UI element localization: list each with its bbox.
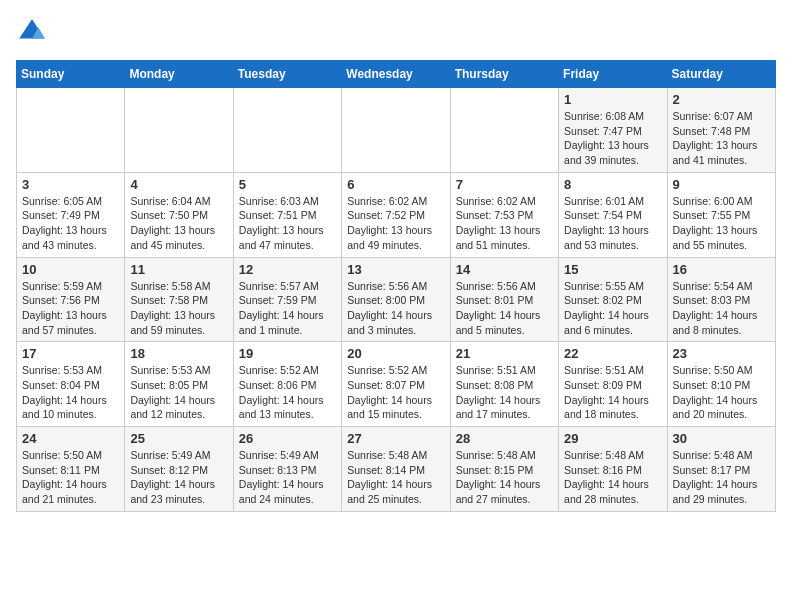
- day-info: Sunrise: 5:52 AMSunset: 8:06 PMDaylight:…: [239, 363, 336, 422]
- calendar-cell: 16Sunrise: 5:54 AMSunset: 8:03 PMDayligh…: [667, 257, 775, 342]
- day-number: 13: [347, 262, 444, 277]
- weekday-header: Friday: [559, 61, 667, 88]
- day-info: Sunrise: 6:01 AMSunset: 7:54 PMDaylight:…: [564, 194, 661, 253]
- weekday-header: Wednesday: [342, 61, 450, 88]
- calendar-week-row: 3Sunrise: 6:05 AMSunset: 7:49 PMDaylight…: [17, 172, 776, 257]
- calendar-cell: [450, 88, 558, 173]
- day-info: Sunrise: 5:53 AMSunset: 8:04 PMDaylight:…: [22, 363, 119, 422]
- logo: [16, 16, 52, 48]
- day-number: 19: [239, 346, 336, 361]
- calendar-cell: 2Sunrise: 6:07 AMSunset: 7:48 PMDaylight…: [667, 88, 775, 173]
- calendar-cell: 4Sunrise: 6:04 AMSunset: 7:50 PMDaylight…: [125, 172, 233, 257]
- header-row: SundayMondayTuesdayWednesdayThursdayFrid…: [17, 61, 776, 88]
- day-info: Sunrise: 5:51 AMSunset: 8:08 PMDaylight:…: [456, 363, 553, 422]
- day-info: Sunrise: 5:52 AMSunset: 8:07 PMDaylight:…: [347, 363, 444, 422]
- day-info: Sunrise: 5:59 AMSunset: 7:56 PMDaylight:…: [22, 279, 119, 338]
- day-number: 3: [22, 177, 119, 192]
- weekday-header: Tuesday: [233, 61, 341, 88]
- calendar-table: SundayMondayTuesdayWednesdayThursdayFrid…: [16, 60, 776, 512]
- day-info: Sunrise: 5:48 AMSunset: 8:14 PMDaylight:…: [347, 448, 444, 507]
- day-number: 5: [239, 177, 336, 192]
- calendar-cell: 17Sunrise: 5:53 AMSunset: 8:04 PMDayligh…: [17, 342, 125, 427]
- calendar-week-row: 24Sunrise: 5:50 AMSunset: 8:11 PMDayligh…: [17, 427, 776, 512]
- day-number: 24: [22, 431, 119, 446]
- day-number: 26: [239, 431, 336, 446]
- day-info: Sunrise: 6:03 AMSunset: 7:51 PMDaylight:…: [239, 194, 336, 253]
- day-number: 7: [456, 177, 553, 192]
- day-info: Sunrise: 5:54 AMSunset: 8:03 PMDaylight:…: [673, 279, 770, 338]
- calendar-cell: [342, 88, 450, 173]
- day-number: 15: [564, 262, 661, 277]
- calendar-cell: 26Sunrise: 5:49 AMSunset: 8:13 PMDayligh…: [233, 427, 341, 512]
- day-number: 30: [673, 431, 770, 446]
- day-info: Sunrise: 5:49 AMSunset: 8:12 PMDaylight:…: [130, 448, 227, 507]
- day-info: Sunrise: 5:48 AMSunset: 8:17 PMDaylight:…: [673, 448, 770, 507]
- calendar-cell: [233, 88, 341, 173]
- day-info: Sunrise: 6:00 AMSunset: 7:55 PMDaylight:…: [673, 194, 770, 253]
- day-info: Sunrise: 6:08 AMSunset: 7:47 PMDaylight:…: [564, 109, 661, 168]
- day-number: 29: [564, 431, 661, 446]
- day-number: 27: [347, 431, 444, 446]
- day-number: 6: [347, 177, 444, 192]
- calendar-cell: 7Sunrise: 6:02 AMSunset: 7:53 PMDaylight…: [450, 172, 558, 257]
- calendar-cell: 15Sunrise: 5:55 AMSunset: 8:02 PMDayligh…: [559, 257, 667, 342]
- day-number: 25: [130, 431, 227, 446]
- day-info: Sunrise: 5:50 AMSunset: 8:10 PMDaylight:…: [673, 363, 770, 422]
- calendar-cell: 10Sunrise: 5:59 AMSunset: 7:56 PMDayligh…: [17, 257, 125, 342]
- calendar-cell: 23Sunrise: 5:50 AMSunset: 8:10 PMDayligh…: [667, 342, 775, 427]
- calendar-week-row: 10Sunrise: 5:59 AMSunset: 7:56 PMDayligh…: [17, 257, 776, 342]
- day-number: 23: [673, 346, 770, 361]
- day-info: Sunrise: 5:55 AMSunset: 8:02 PMDaylight:…: [564, 279, 661, 338]
- calendar-cell: 28Sunrise: 5:48 AMSunset: 8:15 PMDayligh…: [450, 427, 558, 512]
- day-number: 1: [564, 92, 661, 107]
- day-number: 18: [130, 346, 227, 361]
- day-info: Sunrise: 5:56 AMSunset: 8:00 PMDaylight:…: [347, 279, 444, 338]
- day-info: Sunrise: 5:49 AMSunset: 8:13 PMDaylight:…: [239, 448, 336, 507]
- weekday-header: Thursday: [450, 61, 558, 88]
- calendar-cell: 21Sunrise: 5:51 AMSunset: 8:08 PMDayligh…: [450, 342, 558, 427]
- day-info: Sunrise: 5:58 AMSunset: 7:58 PMDaylight:…: [130, 279, 227, 338]
- day-number: 9: [673, 177, 770, 192]
- calendar-header: SundayMondayTuesdayWednesdayThursdayFrid…: [17, 61, 776, 88]
- day-number: 16: [673, 262, 770, 277]
- day-info: Sunrise: 6:02 AMSunset: 7:52 PMDaylight:…: [347, 194, 444, 253]
- day-number: 17: [22, 346, 119, 361]
- logo-icon: [16, 16, 48, 48]
- day-info: Sunrise: 5:53 AMSunset: 8:05 PMDaylight:…: [130, 363, 227, 422]
- calendar-cell: 9Sunrise: 6:00 AMSunset: 7:55 PMDaylight…: [667, 172, 775, 257]
- weekday-header: Saturday: [667, 61, 775, 88]
- weekday-header: Sunday: [17, 61, 125, 88]
- calendar-cell: 20Sunrise: 5:52 AMSunset: 8:07 PMDayligh…: [342, 342, 450, 427]
- calendar-cell: 22Sunrise: 5:51 AMSunset: 8:09 PMDayligh…: [559, 342, 667, 427]
- calendar-cell: 12Sunrise: 5:57 AMSunset: 7:59 PMDayligh…: [233, 257, 341, 342]
- calendar-week-row: 17Sunrise: 5:53 AMSunset: 8:04 PMDayligh…: [17, 342, 776, 427]
- day-number: 28: [456, 431, 553, 446]
- calendar-cell: 8Sunrise: 6:01 AMSunset: 7:54 PMDaylight…: [559, 172, 667, 257]
- calendar-cell: [17, 88, 125, 173]
- page-header: [16, 16, 776, 48]
- day-info: Sunrise: 5:50 AMSunset: 8:11 PMDaylight:…: [22, 448, 119, 507]
- calendar-cell: [125, 88, 233, 173]
- day-info: Sunrise: 5:48 AMSunset: 8:16 PMDaylight:…: [564, 448, 661, 507]
- day-info: Sunrise: 6:02 AMSunset: 7:53 PMDaylight:…: [456, 194, 553, 253]
- day-info: Sunrise: 6:07 AMSunset: 7:48 PMDaylight:…: [673, 109, 770, 168]
- day-info: Sunrise: 6:04 AMSunset: 7:50 PMDaylight:…: [130, 194, 227, 253]
- day-number: 20: [347, 346, 444, 361]
- day-info: Sunrise: 5:51 AMSunset: 8:09 PMDaylight:…: [564, 363, 661, 422]
- weekday-header: Monday: [125, 61, 233, 88]
- day-number: 8: [564, 177, 661, 192]
- day-info: Sunrise: 6:05 AMSunset: 7:49 PMDaylight:…: [22, 194, 119, 253]
- calendar-cell: 27Sunrise: 5:48 AMSunset: 8:14 PMDayligh…: [342, 427, 450, 512]
- day-info: Sunrise: 5:57 AMSunset: 7:59 PMDaylight:…: [239, 279, 336, 338]
- day-info: Sunrise: 5:56 AMSunset: 8:01 PMDaylight:…: [456, 279, 553, 338]
- calendar-cell: 29Sunrise: 5:48 AMSunset: 8:16 PMDayligh…: [559, 427, 667, 512]
- day-number: 22: [564, 346, 661, 361]
- calendar-cell: 30Sunrise: 5:48 AMSunset: 8:17 PMDayligh…: [667, 427, 775, 512]
- calendar-cell: 5Sunrise: 6:03 AMSunset: 7:51 PMDaylight…: [233, 172, 341, 257]
- day-number: 11: [130, 262, 227, 277]
- day-number: 14: [456, 262, 553, 277]
- calendar-cell: 14Sunrise: 5:56 AMSunset: 8:01 PMDayligh…: [450, 257, 558, 342]
- calendar-cell: 6Sunrise: 6:02 AMSunset: 7:52 PMDaylight…: [342, 172, 450, 257]
- day-number: 2: [673, 92, 770, 107]
- calendar-cell: 18Sunrise: 5:53 AMSunset: 8:05 PMDayligh…: [125, 342, 233, 427]
